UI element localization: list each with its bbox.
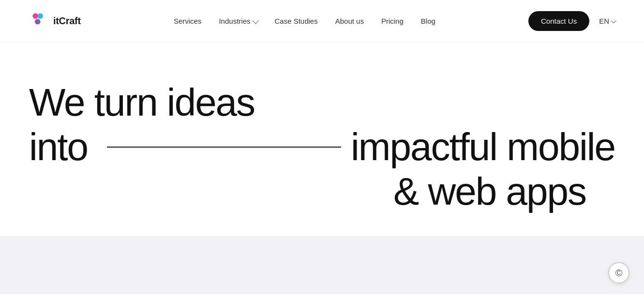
nav-item-services[interactable]: Services xyxy=(174,17,202,26)
hero-separator-line xyxy=(107,147,341,148)
nav-link-about[interactable]: About us xyxy=(335,17,364,25)
hero-section: We turn ideas into impactful mobile & we… xyxy=(0,43,644,236)
nav-item-pricing[interactable]: Pricing xyxy=(381,17,404,26)
nav-item-case-studies[interactable]: Case Studies xyxy=(275,17,318,26)
hero-line-2: into impactful mobile xyxy=(29,124,615,170)
svg-marker-2 xyxy=(34,19,41,24)
nav-links: Services Industries Case Studies About u… xyxy=(174,17,435,26)
copyright-badge: © xyxy=(608,262,629,283)
svg-marker-1 xyxy=(37,13,44,18)
chevron-down-icon xyxy=(252,17,259,24)
navbar: itCraft Services Industries Case Studies… xyxy=(0,0,644,43)
nav-item-about[interactable]: About us xyxy=(335,17,364,26)
hero-right-text: impactful mobile xyxy=(351,124,615,170)
hero-line-1: We turn ideas xyxy=(29,81,615,124)
gray-section xyxy=(0,236,644,294)
nav-link-pricing[interactable]: Pricing xyxy=(381,17,404,25)
hero-into-text: into xyxy=(29,124,88,170)
nav-right: Contact Us EN xyxy=(528,11,615,31)
nav-link-industries[interactable]: Industries xyxy=(219,17,257,25)
chevron-down-icon xyxy=(611,17,616,23)
language-selector[interactable]: EN xyxy=(599,17,615,25)
brand-name: itCraft xyxy=(53,15,81,27)
nav-item-blog[interactable]: Blog xyxy=(421,17,435,26)
nav-link-services[interactable]: Services xyxy=(174,17,202,25)
logo-icon xyxy=(29,12,48,31)
nav-link-blog[interactable]: Blog xyxy=(421,17,435,25)
nav-item-industries[interactable]: Industries xyxy=(219,17,257,25)
logo-link[interactable]: itCraft xyxy=(29,12,81,31)
nav-link-case-studies[interactable]: Case Studies xyxy=(275,17,318,25)
hero-line-3: & web apps xyxy=(29,170,615,232)
contact-button[interactable]: Contact Us xyxy=(528,11,589,31)
